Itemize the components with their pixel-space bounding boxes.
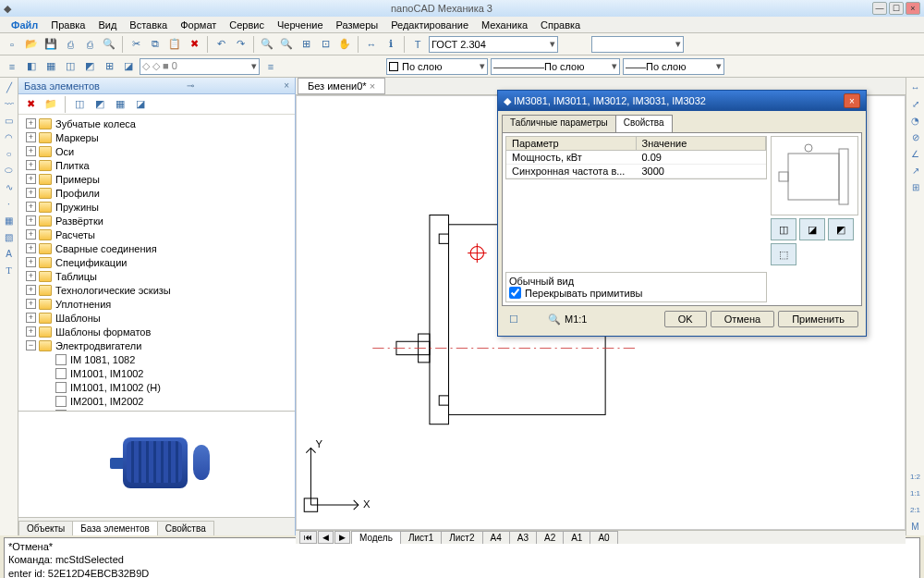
layer-combo[interactable]: ◇ ◇ ■ 0 <box>140 58 260 75</box>
element-tree[interactable]: +Зубчатые колеса+Маркеры+Оси+Плитка+Прим… <box>18 115 295 411</box>
tree-node[interactable]: +Плитка <box>20 158 293 172</box>
dim-diameter-icon[interactable]: ⊘ <box>908 129 923 144</box>
print-icon[interactable]: ⎙ <box>81 36 98 53</box>
ok-button[interactable]: OK <box>664 311 707 327</box>
overlap-checkbox[interactable]: Перекрывать примитивы <box>509 287 763 299</box>
tree-node[interactable]: +Шаблоны <box>20 311 293 325</box>
sheet-a2[interactable]: A2 <box>536 531 564 544</box>
sheet-prev-icon[interactable]: ◀ <box>318 531 334 544</box>
tree-node[interactable]: +Развёртки <box>20 214 293 228</box>
paste-icon[interactable]: 📋 <box>166 36 183 53</box>
open-icon[interactable]: 📂 <box>23 36 40 53</box>
dim-aligned-icon[interactable]: ⤢ <box>908 96 923 111</box>
pan-icon[interactable]: ✋ <box>336 36 353 53</box>
menu-draw[interactable]: Черчение <box>272 18 329 31</box>
info-icon[interactable]: ℹ <box>383 36 399 53</box>
style-icon[interactable]: ◫ <box>62 58 79 75</box>
tab-elements-db[interactable]: База элементов <box>72 521 158 535</box>
scale-12-icon[interactable]: 1:2 <box>908 469 923 484</box>
dtext-icon[interactable]: T <box>2 263 17 277</box>
text-standard-combo[interactable]: ГОСТ 2.304 <box>429 36 558 53</box>
panel-refresh-icon[interactable]: ✖ <box>22 96 39 113</box>
circle-icon[interactable]: ○ <box>2 146 17 161</box>
dialog-help-icon[interactable]: ☐ <box>505 311 522 327</box>
tree-node[interactable]: IM2001, IM2002 <box>20 394 293 408</box>
zoom-window-icon[interactable]: ⊞ <box>298 36 314 53</box>
zoom-extents-icon[interactable]: ⊡ <box>317 36 334 53</box>
zoom-out-icon[interactable]: 🔍 <box>278 36 295 53</box>
panel-tool1-icon[interactable]: ◫ <box>71 96 88 113</box>
leader-icon[interactable]: ↗ <box>908 163 923 178</box>
tree-node[interactable]: IM 1081, 1082 <box>20 352 293 366</box>
menu-service[interactable]: Сервис <box>224 18 270 31</box>
panel-tool2-icon[interactable]: ◩ <box>91 96 108 113</box>
undo-icon[interactable]: ↶ <box>213 36 229 53</box>
text-style-icon[interactable]: T <box>409 36 426 53</box>
menu-edit[interactable]: Правка <box>45 18 91 31</box>
doc-close-icon[interactable]: × <box>370 80 375 92</box>
menu-mechanics[interactable]: Механика <box>476 18 533 31</box>
tree-node[interactable]: +Спецификации <box>20 255 293 269</box>
tree-node[interactable]: IM1001, IM1002 (H) <box>20 380 293 394</box>
panel-tool3-icon[interactable]: ▦ <box>112 96 128 113</box>
saveall-icon[interactable]: ⎙ <box>62 36 79 53</box>
sheet-list2[interactable]: Лист2 <box>441 531 482 544</box>
dim-angular-icon[interactable]: ∠ <box>908 146 923 161</box>
sheet-a3[interactable]: A3 <box>509 531 537 544</box>
tree-node[interactable]: −Электродвигатели <box>20 338 293 352</box>
sheet-next-icon[interactable]: ▶ <box>334 531 350 544</box>
redo-icon[interactable]: ↷ <box>232 36 249 53</box>
menu-modify[interactable]: Редактирование <box>385 18 474 31</box>
view-iso-button[interactable]: ⬚ <box>771 243 796 265</box>
dialog-close-button[interactable]: × <box>844 93 860 108</box>
color-icon[interactable]: ◧ <box>23 58 40 75</box>
region-icon[interactable]: ▧ <box>2 229 17 244</box>
tree-node[interactable]: +Таблицы <box>20 269 293 283</box>
annotation-combo[interactable] <box>591 36 684 53</box>
misc1-icon[interactable]: ⊞ <box>101 58 117 75</box>
lweight-combo[interactable]: —— По слою <box>623 58 724 75</box>
scale-m-icon[interactable]: M <box>908 519 923 534</box>
linetype-combo[interactable]: ————— По слою <box>491 58 620 75</box>
apply-button[interactable]: Применить <box>778 311 858 327</box>
grid-icon[interactable]: ▦ <box>43 58 59 75</box>
maximize-button[interactable]: ☐ <box>889 2 904 15</box>
tab-objects[interactable]: Объекты <box>18 521 73 535</box>
sheet-a1[interactable]: A1 <box>563 531 590 544</box>
tree-node[interactable]: +Технологические эскизы <box>20 283 293 297</box>
menu-insert[interactable]: Вставка <box>124 18 173 31</box>
table-row[interactable]: Синхронная частота в... 3000 <box>506 165 766 178</box>
minimize-button[interactable]: — <box>872 2 887 15</box>
measure-icon[interactable]: ↔ <box>363 36 380 53</box>
tree-node[interactable]: IM1001, IM1002 <box>20 366 293 380</box>
sheet-a4[interactable]: A4 <box>482 531 510 544</box>
menu-dimensions[interactable]: Размеры <box>331 18 384 31</box>
layer-icon[interactable]: ≡ <box>4 58 20 75</box>
view-top-button[interactable]: ◩ <box>828 218 854 240</box>
scale-11-icon[interactable]: 1:1 <box>908 486 923 500</box>
doc-tab[interactable]: Без имени0* × <box>298 78 385 94</box>
close-button[interactable]: × <box>906 2 920 15</box>
cancel-button[interactable]: Отмена <box>711 311 774 327</box>
arc-icon[interactable]: ◠ <box>2 129 17 144</box>
preview-icon[interactable]: 🔍 <box>101 36 117 53</box>
panel-folder-icon[interactable]: 📁 <box>43 96 59 113</box>
new-icon[interactable]: ▫ <box>4 36 20 53</box>
sheet-a0[interactable]: A0 <box>590 531 617 544</box>
sheet-model[interactable]: Модель <box>351 531 401 544</box>
dim-linear-icon[interactable]: ↔ <box>908 80 923 94</box>
tree-node[interactable]: +Расчеты <box>20 228 293 241</box>
tree-node[interactable]: +Шаблоны форматов <box>20 325 293 338</box>
save-icon[interactable]: 💾 <box>43 36 59 53</box>
line-icon[interactable]: ╱ <box>2 80 17 94</box>
sheet-list1[interactable]: Лист1 <box>400 531 442 544</box>
cut-icon[interactable]: ✂ <box>128 36 144 53</box>
rect-icon[interactable]: ▭ <box>2 113 17 128</box>
menu-file[interactable]: Файл <box>6 18 43 31</box>
block-icon[interactable]: ◩ <box>81 58 98 75</box>
tree-node[interactable]: +Оси <box>20 144 293 158</box>
tree-node[interactable]: +Пружины <box>20 200 293 214</box>
view-front-button[interactable]: ◫ <box>771 218 796 240</box>
tab-properties[interactable]: Свойства <box>157 521 214 535</box>
panel-tool4-icon[interactable]: ◪ <box>132 96 149 113</box>
